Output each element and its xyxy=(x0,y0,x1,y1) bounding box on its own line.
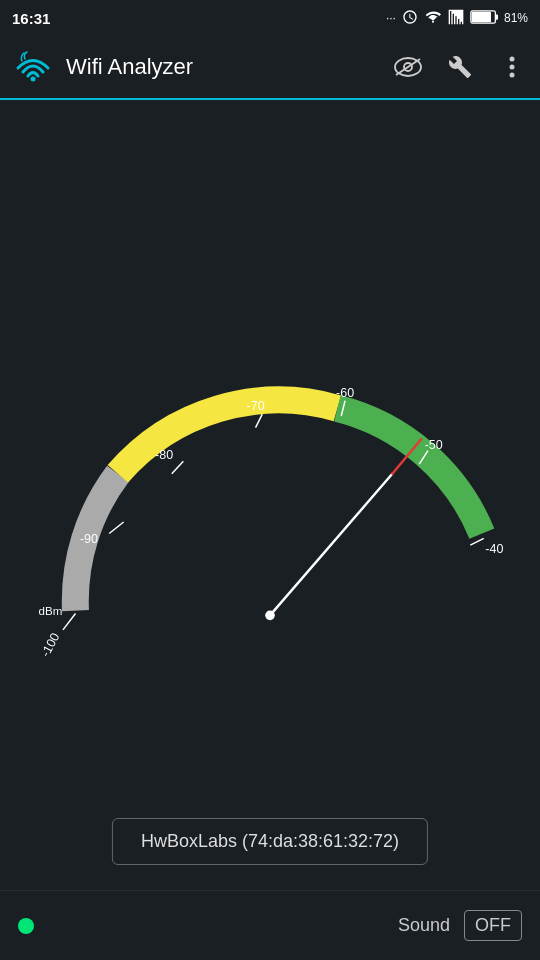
app-icon xyxy=(12,46,54,88)
wrench-button[interactable] xyxy=(444,51,476,83)
svg-point-7 xyxy=(510,57,515,62)
svg-line-14 xyxy=(172,461,184,474)
svg-text:-40: -40 xyxy=(485,542,503,556)
svg-rect-1 xyxy=(495,14,498,19)
toolbar-actions xyxy=(392,51,528,83)
network-label-container: HwBoxLabs (74:da:38:61:32:72) xyxy=(112,818,428,865)
svg-text:-80: -80 xyxy=(155,448,173,462)
wifi-icon xyxy=(424,9,442,28)
svg-line-25 xyxy=(270,474,392,616)
svg-line-22 xyxy=(470,538,483,545)
gauge-svg: -100 -90 -80 -70 -60 -50 -40 dBm xyxy=(10,325,530,665)
app-bar: Wifi Analyzer xyxy=(0,36,540,100)
svg-line-6 xyxy=(396,59,420,75)
signal-dot xyxy=(18,918,34,934)
svg-point-9 xyxy=(510,73,515,78)
battery-percent: 81% xyxy=(504,11,528,25)
gauge-container: -100 -90 -80 -70 -60 -50 -40 dBm xyxy=(0,305,540,685)
svg-point-3 xyxy=(31,77,36,82)
notification-dots-icon: ··· xyxy=(386,11,396,25)
alarm-icon xyxy=(402,9,418,28)
svg-text:-100: -100 xyxy=(38,631,62,660)
svg-line-10 xyxy=(63,613,76,629)
svg-rect-2 xyxy=(472,11,491,22)
status-time: 16:31 xyxy=(12,10,50,27)
battery-icon xyxy=(470,10,498,27)
svg-text:dBm: dBm xyxy=(39,605,63,617)
svg-text:-60: -60 xyxy=(336,386,354,400)
sound-toggle-button[interactable]: OFF xyxy=(464,910,522,941)
eye-button[interactable] xyxy=(392,51,424,83)
network-label: HwBoxLabs (74:da:38:61:32:72) xyxy=(141,831,399,851)
overflow-menu-button[interactable] xyxy=(496,51,528,83)
svg-line-12 xyxy=(109,522,123,534)
svg-point-8 xyxy=(510,65,515,70)
svg-text:-50: -50 xyxy=(425,438,443,452)
status-bar: 16:31 ··· 81% xyxy=(0,0,540,36)
svg-line-16 xyxy=(256,414,263,427)
status-icons: ··· 81% xyxy=(386,9,528,28)
main-content: -100 -90 -80 -70 -60 -50 -40 dBm xyxy=(0,100,540,890)
svg-text:-90: -90 xyxy=(80,532,98,546)
sound-label: Sound xyxy=(398,915,450,936)
svg-point-27 xyxy=(265,611,275,621)
svg-text:-70: -70 xyxy=(247,399,265,413)
signal-strength-icon xyxy=(448,9,464,28)
app-title: Wifi Analyzer xyxy=(66,54,392,80)
bottom-bar: Sound OFF xyxy=(0,890,540,960)
